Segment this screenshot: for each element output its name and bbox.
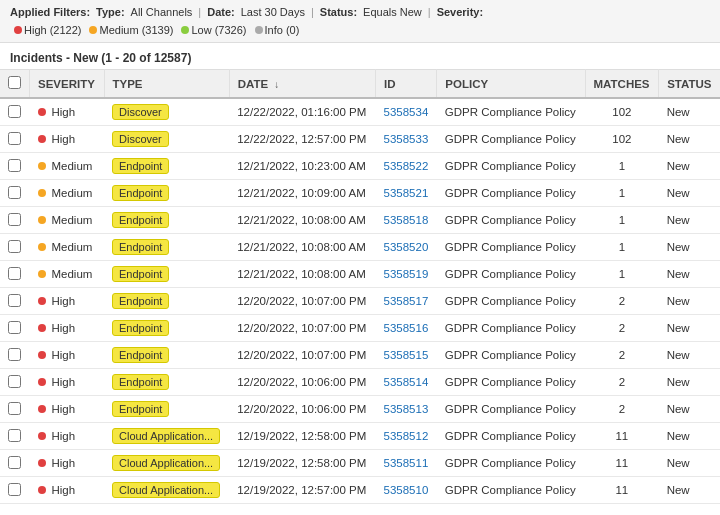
row-checkbox-cell[interactable] xyxy=(0,423,30,450)
id-cell[interactable]: 5358521 xyxy=(376,180,437,207)
row-checkbox[interactable] xyxy=(8,402,21,415)
row-checkbox[interactable] xyxy=(8,132,21,145)
incident-id-link[interactable]: 5358519 xyxy=(384,268,429,280)
id-cell[interactable]: 5358517 xyxy=(376,288,437,315)
severity-dot xyxy=(38,486,46,494)
row-checkbox[interactable] xyxy=(8,159,21,172)
row-checkbox[interactable] xyxy=(8,321,21,334)
row-checkbox[interactable] xyxy=(8,240,21,253)
row-checkbox[interactable] xyxy=(8,213,21,226)
type-cell: Discover xyxy=(104,98,229,126)
row-checkbox-cell[interactable] xyxy=(0,315,30,342)
row-checkbox[interactable] xyxy=(8,483,21,496)
table-row: HighEndpoint12/20/2022, 10:06:00 PM53585… xyxy=(0,396,720,423)
severity-cell: High xyxy=(30,450,105,477)
row-checkbox-cell[interactable] xyxy=(0,126,30,153)
incident-id-link[interactable]: 5358512 xyxy=(384,430,429,442)
type-cell: Endpoint xyxy=(104,261,229,288)
id-cell[interactable]: 5358514 xyxy=(376,369,437,396)
row-checkbox-cell[interactable] xyxy=(0,180,30,207)
severity-text: Medium xyxy=(52,268,93,280)
status-label: Status: xyxy=(320,6,357,18)
date-cell: 12/20/2022, 10:07:00 PM xyxy=(229,288,375,315)
row-checkbox-cell[interactable] xyxy=(0,288,30,315)
policy-cell: GDPR Compliance Policy xyxy=(437,126,585,153)
id-cell[interactable]: 5358516 xyxy=(376,315,437,342)
row-checkbox[interactable] xyxy=(8,348,21,361)
row-checkbox-cell[interactable] xyxy=(0,396,30,423)
incident-id-link[interactable]: 5358533 xyxy=(384,133,429,145)
row-checkbox-cell[interactable] xyxy=(0,207,30,234)
severity-text: High xyxy=(52,376,76,388)
incident-id-link[interactable]: 5358517 xyxy=(384,295,429,307)
policy-cell: GDPR Compliance Policy xyxy=(437,234,585,261)
policy-cell: GDPR Compliance Policy xyxy=(437,98,585,126)
col-policy: POLICY xyxy=(437,70,585,99)
id-cell[interactable]: 5358520 xyxy=(376,234,437,261)
col-checkbox[interactable] xyxy=(0,70,30,99)
date-cell: 12/20/2022, 10:07:00 PM xyxy=(229,342,375,369)
severity-dot xyxy=(38,405,46,413)
row-checkbox-cell[interactable] xyxy=(0,477,30,504)
row-checkbox-cell[interactable] xyxy=(0,234,30,261)
severity-cell: Medium xyxy=(30,180,105,207)
row-checkbox[interactable] xyxy=(8,186,21,199)
incident-id-link[interactable]: 5358511 xyxy=(384,457,429,469)
severity-cell: High xyxy=(30,98,105,126)
row-checkbox[interactable] xyxy=(8,267,21,280)
row-checkbox-cell[interactable] xyxy=(0,450,30,477)
id-cell[interactable]: 5358533 xyxy=(376,126,437,153)
severity-dot xyxy=(38,432,46,440)
incident-id-link[interactable]: 5358534 xyxy=(384,106,429,118)
incident-id-link[interactable]: 5358520 xyxy=(384,241,429,253)
row-checkbox-cell[interactable] xyxy=(0,98,30,126)
id-cell[interactable]: 5358511 xyxy=(376,450,437,477)
id-cell[interactable]: 5358515 xyxy=(376,342,437,369)
table-row: HighEndpoint12/20/2022, 10:07:00 PM53585… xyxy=(0,342,720,369)
incident-id-link[interactable]: 5358521 xyxy=(384,187,429,199)
severity-cell: High xyxy=(30,423,105,450)
incident-id-link[interactable]: 5358510 xyxy=(384,484,429,496)
table-body: HighDiscover12/22/2022, 01:16:00 PM53585… xyxy=(0,98,720,504)
select-all-checkbox[interactable] xyxy=(8,76,21,89)
incident-id-link[interactable]: 5358514 xyxy=(384,376,429,388)
incident-id-link[interactable]: 5358516 xyxy=(384,322,429,334)
id-cell[interactable]: 5358510 xyxy=(376,477,437,504)
id-cell[interactable]: 5358513 xyxy=(376,396,437,423)
table-row: HighEndpoint12/20/2022, 10:07:00 PM53585… xyxy=(0,315,720,342)
col-date[interactable]: DATE ↓ xyxy=(229,70,375,99)
type-cell: Endpoint xyxy=(104,288,229,315)
status-cell: New xyxy=(659,98,720,126)
type-cell: Endpoint xyxy=(104,180,229,207)
row-checkbox-cell[interactable] xyxy=(0,369,30,396)
row-checkbox[interactable] xyxy=(8,105,21,118)
type-badge: Discover xyxy=(112,131,169,147)
type-badge: Endpoint xyxy=(112,320,169,336)
incident-id-link[interactable]: 5358513 xyxy=(384,403,429,415)
type-cell: Cloud Application... xyxy=(104,477,229,504)
id-cell[interactable]: 5358519 xyxy=(376,261,437,288)
row-checkbox[interactable] xyxy=(8,429,21,442)
row-checkbox[interactable] xyxy=(8,294,21,307)
incident-id-link[interactable]: 5358515 xyxy=(384,349,429,361)
sev-entry-info: Info (0) xyxy=(255,24,300,36)
matches-cell: 1 xyxy=(585,180,659,207)
type-badge: Cloud Application... xyxy=(112,428,220,444)
id-cell[interactable]: 5358522 xyxy=(376,153,437,180)
row-checkbox-cell[interactable] xyxy=(0,342,30,369)
date-cell: 12/21/2022, 10:08:00 AM xyxy=(229,261,375,288)
incident-id-link[interactable]: 5358522 xyxy=(384,160,429,172)
status-cell: New xyxy=(659,315,720,342)
id-cell[interactable]: 5358512 xyxy=(376,423,437,450)
row-checkbox[interactable] xyxy=(8,375,21,388)
severity-cell: High xyxy=(30,288,105,315)
row-checkbox-cell[interactable] xyxy=(0,153,30,180)
severity-dot xyxy=(38,297,46,305)
matches-cell: 102 xyxy=(585,126,659,153)
sev-label-low: Low (7326) xyxy=(191,24,246,36)
row-checkbox[interactable] xyxy=(8,456,21,469)
id-cell[interactable]: 5358534 xyxy=(376,98,437,126)
id-cell[interactable]: 5358518 xyxy=(376,207,437,234)
incident-id-link[interactable]: 5358518 xyxy=(384,214,429,226)
row-checkbox-cell[interactable] xyxy=(0,261,30,288)
